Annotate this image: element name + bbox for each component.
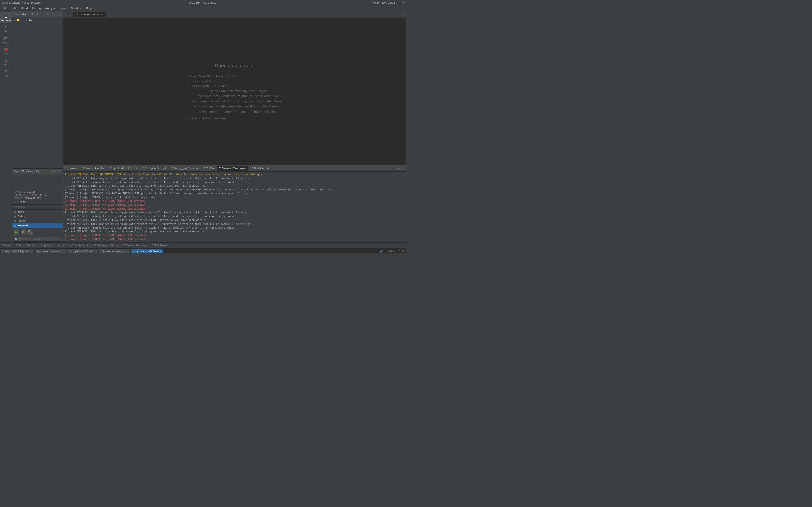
drag-drop-text: • Drag and drop files here	[188, 117, 226, 120]
tab-nav-next[interactable]: ▷	[69, 12, 73, 17]
tab-nav-prev[interactable]: ◁	[64, 12, 68, 17]
menu-debug[interactable]: Debug	[30, 6, 43, 10]
kit-label: Kit:	[14, 193, 18, 196]
sidebar-item-help[interactable]: ? Help	[0, 68, 12, 79]
tab-x-btn[interactable]: ✕	[101, 13, 103, 16]
system-label: System	[31, 1, 40, 4]
open-docs-icon1[interactable]: ⬛	[46, 169, 51, 174]
statusbar: 1 Issues | 2 Search Results | 3 Applicat…	[0, 242, 406, 248]
maximize-icon[interactable]: □	[399, 1, 401, 4]
sidebar-item-edit[interactable]: ✎ Edit	[0, 23, 12, 34]
msg-12: Project MESSAGE: Running this project ag…	[65, 214, 404, 218]
search-input-container[interactable]: 🔍	[13, 237, 61, 242]
projects-tree: ▶ 📁 qtcreator	[12, 17, 63, 168]
sidebar-item-design[interactable]: ◫ Design	[0, 34, 12, 45]
bottom-panel: 1 Issues 2 Search Results 3 Application …	[63, 165, 406, 242]
status-app-output[interactable]: 3 Application output	[40, 244, 65, 247]
bottom-tab-issues[interactable]: 1 Issues	[64, 166, 80, 171]
taskbar-app-5[interactable]: ● qtcreator - Qt Creator	[131, 249, 163, 254]
run-button[interactable]: ▶	[13, 229, 19, 235]
sys-left: 🖥 Applications Places System	[1, 1, 40, 4]
build-config-deploy-row: Deploy: Deploy locally	[14, 197, 61, 200]
sidebar-item-welcome[interactable]: ⌂ Welcome	[0, 12, 12, 23]
taskbar-app-3[interactable]: [ben@debianVM: ~/b...	[67, 249, 98, 254]
msg-15: Project MESSAGE: Running this project ag…	[65, 226, 404, 230]
window-controls: Fri 24 Nov, 09:06 ─ □ ✕	[372, 1, 405, 4]
tab-no-document[interactable]: <no document> ▾ ✕	[73, 12, 106, 17]
close-icon[interactable]: ✕	[402, 1, 405, 4]
status-general[interactable]: 7 General Messages	[123, 244, 148, 247]
menu-tools[interactable]: Tools	[58, 6, 69, 10]
tab-split-btn[interactable]: ⬛	[401, 12, 405, 17]
main-layout: ⌂ Welcome ✎ Edit ◫ Design 🐞 Debug ⚙ Proj…	[0, 11, 406, 242]
taskbar-app-4-label: [qt-creator-opensourc...	[101, 250, 128, 252]
bottom-tab-debugger[interactable]: 5 Debugger Console	[169, 166, 201, 171]
build-mode-release[interactable]: Release	[12, 223, 63, 228]
menu-window[interactable]: Window	[69, 6, 83, 10]
status-debugger[interactable]: 5 Debugger Console	[95, 244, 119, 247]
search-input[interactable]	[19, 238, 60, 241]
bottom-tab-icons: ⬛ ▾ ✕	[391, 166, 405, 171]
bottom-tab-compile[interactable]: 4 Compile Output	[140, 166, 168, 171]
taskbar-app-4[interactable]: [qt-creator-opensourc...	[99, 249, 130, 254]
status-search[interactable]: 2 Search Results	[16, 244, 36, 247]
sidebar-item-projects[interactable]: ⚙ Projects	[0, 56, 12, 68]
open-docs-icon2[interactable]: ≡	[51, 169, 56, 174]
menu-help[interactable]: Help	[84, 6, 94, 10]
open-docs-panel: Open Documents ⬛ ≡ ✕	[12, 168, 63, 189]
action-buttons: ▶ ⚙ 🔨	[12, 228, 63, 236]
build-config-kit-row: Kit: Desktop Qt 5.9.2 GCC 64bit	[14, 193, 61, 196]
msg-14: Project MESSAGE: This project is using p…	[65, 222, 404, 226]
taskbar-app-2-label: qt-creator-opensourc...	[37, 250, 63, 252]
build-config: Project: qtcreator Kit: Desktop Qt 5.9.2…	[12, 189, 63, 205]
msg-13: Project MESSAGE: This is not a bug, but …	[65, 218, 404, 222]
taskbar-app-2[interactable]: qt-creator-opensourc...	[35, 249, 66, 254]
msg-19: [Inexact] Project ERROR: No LLVM_INSTALL…	[65, 241, 404, 243]
status-compile[interactable]: 4 Compile Output	[69, 244, 90, 247]
build-button[interactable]: 🔨	[27, 229, 33, 235]
bottom-panel-collapse[interactable]: ▾	[396, 166, 400, 171]
status-issues[interactable]: 1 Issues	[2, 244, 12, 247]
bottom-tab-search[interactable]: 2 Search Results	[80, 166, 107, 171]
bottom-tab-tests[interactable]: 8 Test Results	[249, 166, 272, 171]
status-sep-1: |	[13, 244, 14, 247]
hint-list: File > Open File or Project (Ctrl+O) Fil…	[188, 74, 281, 89]
projects-nav-prev[interactable]: ◁	[51, 12, 56, 16]
projects-sync-icon[interactable]: ⟳	[36, 12, 40, 16]
msg-9: [Inexact] Project ERROR: No LLVM_INSTALL…	[65, 203, 404, 207]
build-mode-debug[interactable]: Debug	[12, 214, 63, 219]
minimize-icon[interactable]: ─	[396, 1, 398, 4]
hint-sub-2: - type c<space><pattern> to jump to a cl…	[192, 94, 281, 99]
menu-file[interactable]: File	[1, 6, 9, 10]
open-document-title: Open a document	[188, 63, 281, 70]
projects-filter-icon[interactable]: ▼	[30, 12, 35, 16]
bottom-tab-todo[interactable]: 6 To-Do	[201, 166, 216, 171]
tab-close-btn[interactable]: ▾	[99, 13, 100, 16]
bottom-panel-icon1[interactable]: ⬛	[391, 166, 395, 171]
bottom-tab-general[interactable]: 7 General Messages	[217, 166, 248, 171]
taskbar: [Index of /official_relea... qt-creator-…	[0, 248, 406, 253]
build-mode-build[interactable]: Build	[12, 210, 63, 214]
menu-build[interactable]: Build	[19, 6, 30, 10]
titlebar: qtcreator - Qt Creator 🖥 Applications Pl…	[0, 0, 406, 6]
msg-5: [Inexact] Project MESSAGE: Compiling Qt …	[65, 188, 404, 192]
open-docs-icon3[interactable]: ✕	[57, 169, 61, 174]
taskbar-app-1[interactable]: [Index of /official_relea...	[1, 249, 34, 254]
projects-close-icon[interactable]: ✕	[46, 12, 51, 16]
menu-edit[interactable]: Edit	[10, 6, 18, 10]
taskbar-sys-icons: 🔊 Fri 24 Nov, 09:06	[380, 250, 405, 252]
status-tests[interactable]: 8 Test Results	[152, 244, 169, 247]
build-config-project-row: Project: qtcreator	[14, 190, 61, 193]
projects-nav-next[interactable]: ▷	[57, 12, 61, 16]
build-section-name: qtcreator	[14, 206, 25, 208]
bottom-tab-appoutput[interactable]: 3 Application Output	[107, 166, 140, 171]
folder-icon: 📁	[16, 18, 20, 22]
sidebar-item-debug[interactable]: 🐞 Debug	[0, 45, 12, 56]
tree-item-qtcreator[interactable]: ▶ 📁 qtcreator	[12, 18, 63, 22]
bottom-panel-icon3[interactable]: ✕	[401, 166, 405, 171]
build-mode-profile[interactable]: Profile	[12, 219, 63, 223]
run-debug-button[interactable]: ⚙	[20, 229, 26, 235]
taskbar-time-display: Fri 24 Nov, 09:06	[384, 250, 405, 252]
projects-split-icon[interactable]: ⬛	[41, 12, 45, 16]
menu-analyze[interactable]: Analyze	[44, 6, 58, 10]
